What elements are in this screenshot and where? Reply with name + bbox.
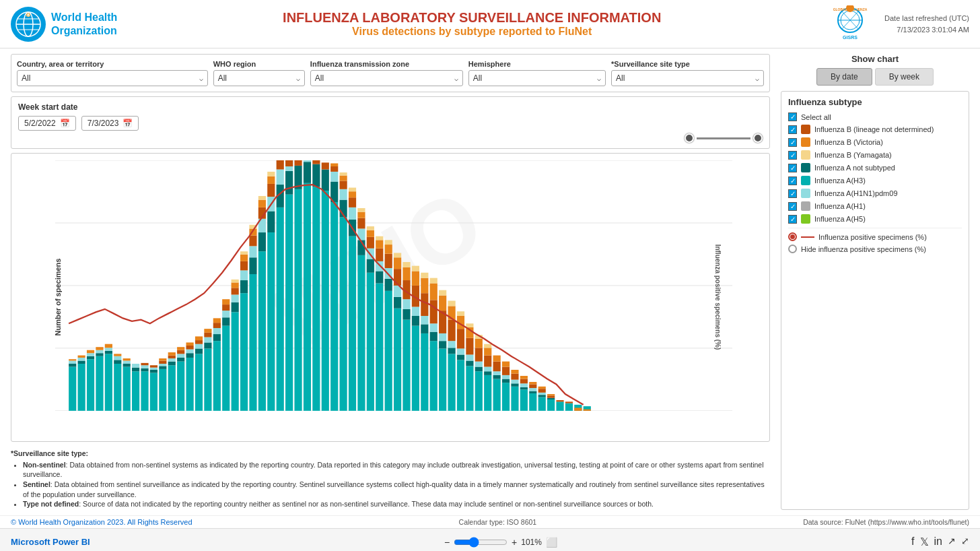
svg-rect-240 [457,311,464,316]
svg-rect-278 [520,376,528,379]
hemisphere-filter: Hemisphere All ⌵ [468,60,606,86]
legend-item-a-h1n1[interactable]: Influenza A(H1N1)pdm09 [788,189,962,198]
svg-rect-237 [457,348,464,354]
svg-rect-274 [520,389,528,411]
svg-rect-220 [430,300,438,323]
svg-rect-161 [340,176,347,181]
svg-rect-133 [277,170,284,185]
svg-rect-224 [439,341,446,348]
expand-icon[interactable]: ⤢ [961,536,969,548]
svg-rect-250 [475,348,483,361]
legend-cb-b-yamagata[interactable] [788,151,797,160]
copyright-link[interactable]: © World Health Organization 2023. All Ri… [11,518,193,526]
calendar-icon[interactable]: 📅 [60,119,70,128]
date-refreshed-label: Date last refreshed (UTC) [884,13,969,24]
fullscreen-icon[interactable]: ⬜ [546,537,557,548]
svg-rect-285 [538,395,546,397]
legend-item-b-yamagata[interactable]: Influenza B (Yamagata) [788,150,962,160]
svg-rect-42 [114,364,121,411]
zone-select[interactable]: All ⌵ [310,70,463,86]
svg-rect-156 [330,164,338,167]
svg-rect-186 [376,236,383,240]
site-select[interactable]: All ⌵ [611,70,764,86]
svg-rect-24 [69,360,76,364]
svg-rect-236 [457,354,464,360]
select-all-checkbox[interactable] [788,112,797,121]
svg-rect-143 [304,183,311,411]
svg-rect-105 [232,282,239,288]
svg-rect-219 [430,323,438,331]
svg-rect-268 [502,362,510,367]
svg-rect-150 [322,170,329,191]
legend-hide-positive-specimens[interactable]: Hide influenza positive specimens (%) [788,245,962,253]
legend-item-b-lineage[interactable]: Influenza B (lineage not determined) [788,125,962,134]
footnote-sentinel: Sentinel: Data obtained from sentinel su… [23,480,770,499]
svg-rect-209 [412,271,419,286]
svg-rect-111 [240,255,248,261]
legend-cb-a-h1[interactable] [788,202,797,211]
svg-rect-280 [529,391,536,393]
facebook-icon[interactable]: f [911,536,914,548]
legend-cb-a-h5[interactable] [788,215,797,224]
svg-rect-40 [105,348,112,351]
by-date-button[interactable]: By date [816,68,872,86]
date-from-input[interactable]: 5/2/2022 📅 [18,116,76,131]
legend-item-a-h3[interactable]: Influenza A(H3) [788,176,962,185]
svg-rect-223 [439,348,446,410]
svg-rect-194 [394,297,401,309]
svg-rect-152 [330,202,338,411]
bar-group-sep [141,336,203,410]
legend-item-b-victoria[interactable]: Influenza B (Victoria) [788,137,962,147]
bar-group-jun-jul [511,370,590,411]
twitter-icon[interactable]: 𝕏 [920,536,929,548]
share-icon[interactable]: ↗ [948,536,956,548]
slider-right-handle[interactable] [753,133,763,143]
site-select-value: All [616,73,625,83]
svg-rect-32 [87,353,94,356]
country-select[interactable]: All ⌵ [17,70,208,86]
legend-cb-b-victoria[interactable] [788,138,797,147]
date-range-slider[interactable] [685,133,763,143]
slider-left-handle[interactable] [685,133,694,143]
hemisphere-select[interactable]: All ⌵ [468,70,606,86]
calendar-icon[interactable]: 📅 [123,119,133,128]
legend-cb-b-lineage[interactable] [788,125,797,134]
legend-label-a-not-subtyped: Influenza A not subtyped [814,164,895,172]
linkedin-icon[interactable]: in [934,536,942,548]
svg-rect-277 [520,379,528,384]
svg-rect-213 [421,316,428,324]
svg-rect-255 [484,367,491,372]
svg-rect-181 [376,284,383,411]
svg-rect-99 [222,304,230,311]
date-to-input[interactable]: 7/3/2023 📅 [81,116,139,131]
svg-rect-290 [547,398,555,399]
legend-cb-a-not-subtyped[interactable] [788,164,797,172]
legend-color-a-h1 [801,201,810,211]
zoom-level: 101% [521,538,542,547]
legend-cb-a-h3[interactable] [788,176,797,185]
legend-item-a-not-subtyped[interactable]: Influenza A not subtyped [788,163,962,172]
svg-rect-43 [114,360,121,364]
power-bi-link[interactable]: Microsoft Power BI [11,537,90,547]
svg-rect-178 [367,237,374,249]
radio-filled-icon[interactable] [788,232,797,241]
date-from-value: 5/2/2022 [24,119,56,128]
svg-rect-136 [285,195,293,411]
by-week-button[interactable]: By week [875,68,934,86]
who-region-select[interactable]: All ⌵ [213,70,305,86]
y-axis-label: Number of specimens [54,259,62,336]
svg-rect-142 [294,160,302,166]
legend-item-a-h1[interactable]: Influenza A(H1) [788,201,962,211]
zoom-slider[interactable] [454,537,508,548]
radio-empty-icon[interactable] [788,245,797,253]
zoom-minus-icon[interactable]: − [444,537,450,548]
select-all-item[interactable]: Select all [788,112,962,121]
legend-positive-specimens[interactable]: Influenza positive specimens (%) [788,232,962,241]
legend-item-a-h5[interactable]: Influenza A(H5) [788,214,962,224]
legend-cb-a-h1n1[interactable] [788,189,797,198]
legend-color-a-h3 [801,176,810,185]
svg-rect-228 [439,290,446,296]
date-section: Week start date 5/2/2022 📅 7/3/2023 📅 [11,96,770,149]
svg-rect-283 [529,382,536,384]
zoom-plus-icon[interactable]: + [512,537,517,548]
